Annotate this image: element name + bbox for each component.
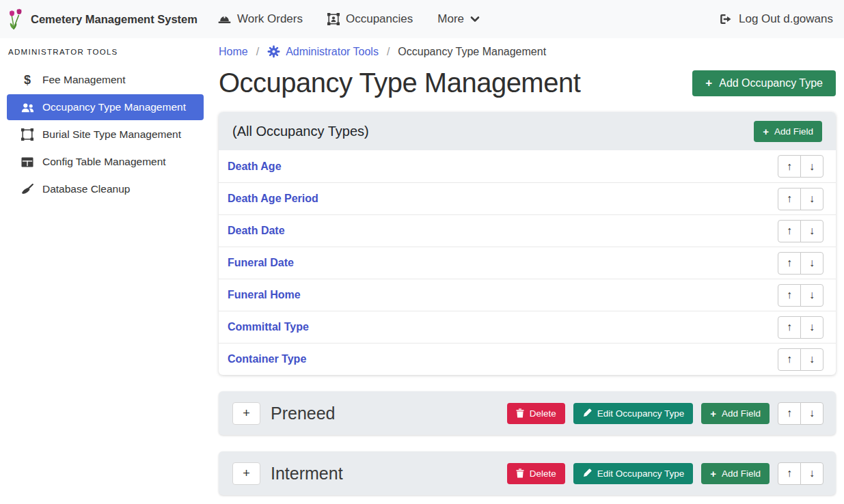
vector-square-icon bbox=[21, 128, 34, 141]
all-occupancy-types-card: (All Occupancy Types) + Add Field Death … bbox=[219, 112, 836, 375]
move-up-button[interactable]: ↑ bbox=[778, 462, 801, 485]
move-down-button[interactable]: ↓ bbox=[800, 316, 823, 339]
sign-out-icon bbox=[720, 14, 732, 25]
add-occupancy-type-label: Add Occupancy Type bbox=[719, 77, 823, 89]
logout-label: Log Out d.gowans bbox=[739, 12, 833, 26]
title-row: Occupancy Type Management + Add Occupanc… bbox=[219, 68, 836, 98]
delete-button[interactable]: Delete bbox=[507, 403, 565, 424]
field-link[interactable]: Death Date bbox=[228, 225, 285, 237]
move-down-button[interactable]: ↓ bbox=[800, 348, 823, 371]
chevron-down-icon bbox=[470, 16, 480, 23]
add-field-button[interactable]: + Add Field bbox=[701, 403, 770, 424]
field-link[interactable]: Committal Type bbox=[228, 321, 309, 333]
arrow-up-icon: ↑ bbox=[787, 353, 792, 365]
move-down-button[interactable]: ↓ bbox=[800, 220, 823, 242]
add-field-button[interactable]: + Add Field bbox=[701, 463, 770, 484]
app-title: Cemetery Management System bbox=[31, 13, 198, 26]
arrow-up-icon: ↑ bbox=[787, 193, 792, 205]
nav-more-label: More bbox=[437, 12, 464, 26]
hard-hat-icon bbox=[218, 14, 231, 25]
plus-icon: + bbox=[243, 466, 250, 481]
move-down-button[interactable]: ↓ bbox=[800, 252, 823, 275]
nav-work-orders[interactable]: Work Orders bbox=[218, 12, 303, 26]
nav-occupancies-label: Occupancies bbox=[346, 12, 413, 26]
sidebar-item-config-table-management[interactable]: Config Table Management bbox=[7, 149, 204, 175]
breadcrumb-home-link[interactable]: Home bbox=[219, 46, 248, 58]
sidebar-item-label: Burial Site Type Management bbox=[42, 128, 181, 141]
move-down-button[interactable]: ↓ bbox=[800, 462, 823, 485]
field-row: Death Age Period ↑ ↓ bbox=[219, 182, 836, 214]
move-up-button[interactable]: ↑ bbox=[778, 316, 801, 339]
arrow-down-icon: ↓ bbox=[809, 321, 815, 333]
plus-icon: + bbox=[763, 126, 769, 137]
move-up-button[interactable]: ↑ bbox=[778, 252, 801, 275]
field-link[interactable]: Funeral Home bbox=[228, 289, 301, 301]
trash-icon bbox=[516, 408, 524, 418]
field-link[interactable]: Container Type bbox=[228, 353, 306, 365]
add-field-button[interactable]: + Add Field bbox=[754, 121, 822, 142]
page-title: Occupancy Type Management bbox=[219, 68, 580, 98]
field-row: Death Date ↑ ↓ bbox=[219, 214, 836, 247]
move-down-button[interactable]: ↓ bbox=[800, 155, 823, 178]
plus-icon: + bbox=[243, 406, 250, 421]
logout-button[interactable]: Log Out d.gowans bbox=[720, 12, 833, 26]
move-up-button[interactable]: ↑ bbox=[778, 188, 801, 210]
sidebar-item-fee-management[interactable]: $ Fee Management bbox=[7, 67, 204, 93]
arrow-down-icon: ↓ bbox=[809, 407, 815, 419]
field-reorder-group: ↑ ↓ bbox=[778, 155, 823, 178]
move-up-button[interactable]: ↑ bbox=[778, 348, 801, 371]
move-up-button[interactable]: ↑ bbox=[778, 155, 801, 178]
nav-more[interactable]: More bbox=[437, 12, 480, 26]
card-title: (All Occupancy Types) bbox=[232, 124, 369, 139]
sidebar-item-burial-site-type-management[interactable]: Burial Site Type Management bbox=[7, 122, 204, 148]
main-nav: Work Orders Occupancies More bbox=[218, 12, 720, 26]
field-row: Death Age ↑ ↓ bbox=[219, 150, 836, 182]
sidebar-item-label: Config Table Management bbox=[42, 156, 166, 168]
breadcrumb: Home / Administrator Tool bbox=[219, 45, 836, 58]
sidebar-item-database-cleanup[interactable]: Database Cleanup bbox=[7, 176, 204, 202]
move-up-button[interactable]: ↑ bbox=[778, 284, 801, 307]
arrow-up-icon: ↑ bbox=[787, 289, 792, 301]
field-link[interactable]: Death Age bbox=[228, 160, 282, 173]
move-down-button[interactable]: ↓ bbox=[800, 188, 823, 210]
users-icon bbox=[21, 102, 34, 113]
sidebar-item-occupancy-type-management[interactable]: Occupancy Type Management bbox=[7, 94, 204, 120]
arrow-down-icon: ↓ bbox=[809, 467, 815, 479]
field-reorder-group: ↑ ↓ bbox=[778, 284, 823, 307]
field-row: Container Type ↑ ↓ bbox=[219, 343, 836, 375]
delete-button[interactable]: Delete bbox=[507, 463, 565, 484]
move-down-button[interactable]: ↓ bbox=[800, 402, 823, 425]
arrow-up-icon: ↑ bbox=[787, 257, 792, 269]
expand-section-button[interactable]: + bbox=[232, 462, 260, 485]
breadcrumb-admin-tools-link[interactable]: Administrator Tools bbox=[267, 45, 379, 58]
nav-work-orders-label: Work Orders bbox=[237, 12, 303, 26]
delete-label: Delete bbox=[530, 408, 556, 419]
gear-icon bbox=[267, 45, 280, 58]
add-occupancy-type-button[interactable]: + Add Occupancy Type bbox=[692, 70, 836, 96]
occupancy-type-section: + Preneed Delete bbox=[219, 391, 836, 435]
edit-occupancy-type-button[interactable]: Edit Occupancy Type bbox=[573, 403, 693, 424]
move-down-button[interactable]: ↓ bbox=[800, 284, 823, 307]
field-link[interactable]: Death Age Period bbox=[228, 193, 318, 205]
expand-section-button[interactable]: + bbox=[232, 402, 260, 425]
nav-occupancies[interactable]: Occupancies bbox=[327, 12, 413, 26]
move-up-button[interactable]: ↑ bbox=[778, 220, 801, 242]
arrow-down-icon: ↓ bbox=[809, 289, 815, 301]
field-link[interactable]: Funeral Date bbox=[228, 257, 294, 269]
field-row-list: Death Age ↑ ↓ Death Age Period ↑ ↓ Death… bbox=[219, 150, 836, 375]
field-reorder-group: ↑ ↓ bbox=[778, 348, 823, 371]
trash-icon bbox=[516, 468, 524, 478]
field-row: Committal Type ↑ ↓ bbox=[219, 311, 836, 343]
arrow-down-icon: ↓ bbox=[809, 257, 815, 269]
sidebar-heading: ADMINISTRATOR TOOLS bbox=[0, 42, 212, 66]
add-field-label: Add Field bbox=[774, 126, 813, 137]
arrow-up-icon: ↑ bbox=[787, 321, 792, 333]
section-title: Interment bbox=[271, 464, 507, 484]
move-up-button[interactable]: ↑ bbox=[778, 402, 801, 425]
arrow-down-icon: ↓ bbox=[809, 193, 815, 205]
top-navbar: Cemetery Management System Work Orders bbox=[0, 0, 844, 38]
plus-icon: + bbox=[710, 468, 716, 479]
section-title: Preneed bbox=[271, 404, 507, 423]
section-reorder-group: ↑ ↓ bbox=[778, 462, 823, 485]
edit-occupancy-type-button[interactable]: Edit Occupancy Type bbox=[573, 463, 693, 484]
